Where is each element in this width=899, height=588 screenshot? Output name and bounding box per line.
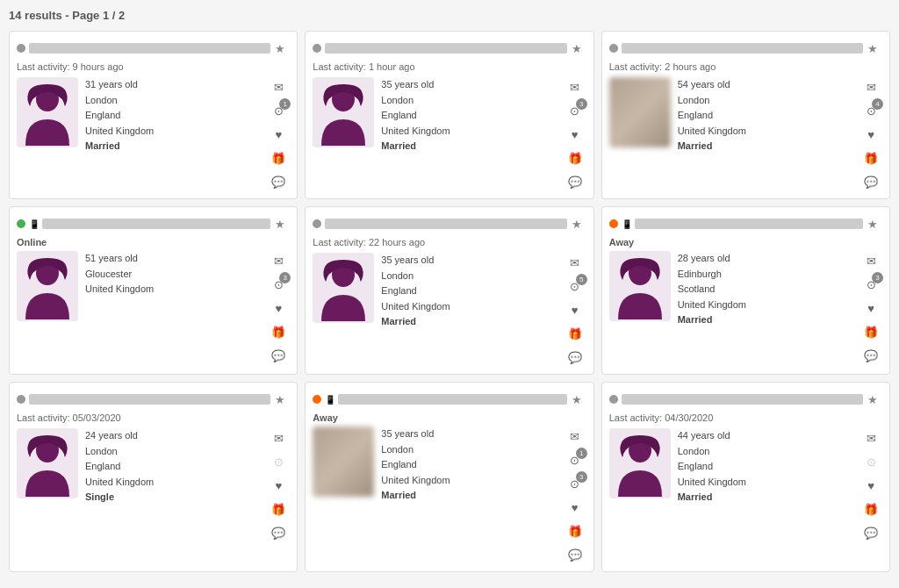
action-icons: ✉ ⊙3 ♥ 🎁 💬 <box>859 251 882 365</box>
favorite-star[interactable]: ★ <box>270 390 290 409</box>
gift-icon[interactable]: 🎁 <box>269 322 288 341</box>
heart-icon[interactable]: ♥ <box>269 298 288 318</box>
mail-icon[interactable]: ✉ <box>565 77 585 97</box>
mail-icon[interactable]: ✉ <box>565 427 585 446</box>
status-dot <box>313 219 321 228</box>
camera-icon[interactable]: ⊙1 <box>565 450 585 470</box>
camera2-icon[interactable]: ⊙3 <box>565 474 585 493</box>
gift-icon[interactable]: 🎁 <box>565 521 585 541</box>
city: London <box>85 444 260 460</box>
chat-icon[interactable]: 💬 <box>269 346 288 365</box>
avatar <box>609 428 671 498</box>
action-icons: ✉ ⊙5 ♥ 🎁 💬 <box>564 253 586 367</box>
card-header: 📱 •• ••• ★ <box>609 214 882 233</box>
mobile-icon: 📱 <box>29 219 40 229</box>
chat-icon[interactable]: 💬 <box>565 172 585 191</box>
action-icons: ✉ ⊙1 ♥ 🎁 💬 <box>267 77 290 191</box>
country: United Kingdom <box>381 299 556 315</box>
city: London <box>381 269 556 284</box>
heart-icon[interactable]: ♥ <box>269 476 288 495</box>
username: ••••••• <box>29 394 270 405</box>
heart-icon[interactable]: ♥ <box>861 298 881 318</box>
mail-icon[interactable]: ✉ <box>861 428 881 448</box>
favorite-star[interactable]: ★ <box>863 390 882 409</box>
country: United Kingdom <box>381 473 556 489</box>
heart-icon[interactable]: ♥ <box>269 125 288 144</box>
heart-icon[interactable]: ♥ <box>861 125 881 144</box>
favorite-star[interactable]: ★ <box>567 39 586 58</box>
card-header: •• ••••• ★ <box>609 39 882 58</box>
username: ••••• •••• <box>29 43 270 54</box>
city: London <box>678 93 852 109</box>
mail-icon[interactable]: ✉ <box>269 428 288 448</box>
heart-icon[interactable]: ♥ <box>565 300 585 319</box>
camera-icon[interactable]: ⊙3 <box>861 275 881 294</box>
profile-info: 54 years old London England United Kingd… <box>678 77 852 191</box>
status-label: Online <box>17 237 290 247</box>
profile-card: •• ••••• ★ Last activity: 2 hours ago 54… <box>601 31 890 199</box>
mail-icon[interactable]: ✉ <box>565 253 585 272</box>
card-header: ••••• •••• ★ <box>17 39 290 58</box>
age: 35 years old <box>381 253 556 269</box>
chat-icon[interactable]: 💬 <box>565 348 585 367</box>
chat-icon[interactable]: 💬 <box>269 172 288 191</box>
chat-icon[interactable]: 💬 <box>269 523 288 542</box>
profile-card: •• ••••• ★ Last activity: 04/30/2020 44 … <box>601 382 890 572</box>
heart-icon[interactable]: ♥ <box>861 476 881 495</box>
avatar <box>17 77 78 147</box>
camera-icon[interactable]: ⊙5 <box>565 276 585 296</box>
status-dot <box>17 219 25 228</box>
gift-icon[interactable]: 🎁 <box>861 322 881 341</box>
action-icons: ✉ ⊙1 ⊙3 ♥ 🎁 💬 <box>564 427 586 564</box>
chat-icon[interactable]: 💬 <box>861 172 881 191</box>
card-body: 35 years old London England United Kingd… <box>313 427 586 564</box>
status-dot <box>609 44 618 53</box>
camera-icon[interactable]: ⊙1 <box>269 101 288 120</box>
city: Edinburgh <box>678 267 852 283</box>
gift-icon[interactable]: 🎁 <box>565 324 585 343</box>
profile-info: 35 years old London England United Kingd… <box>381 253 556 367</box>
activity-text: Last activity: 22 hours ago <box>313 237 586 247</box>
mail-icon[interactable]: ✉ <box>269 251 288 270</box>
favorite-star[interactable]: ★ <box>270 39 290 58</box>
activity-text: Last activity: 04/30/2020 <box>609 412 882 423</box>
profile-card: ••••• •••• ★ Last activity: 9 hours ago … <box>9 31 298 199</box>
status-label: Away <box>609 237 882 247</box>
gift-icon[interactable]: 🎁 <box>861 499 881 519</box>
favorite-star[interactable]: ★ <box>863 39 882 58</box>
avatar <box>17 428 78 498</box>
favorite-star[interactable]: ★ <box>567 214 586 233</box>
gift-icon[interactable]: 🎁 <box>269 148 288 168</box>
camera-icon[interactable]: ⊙4 <box>861 101 881 120</box>
mail-icon[interactable]: ✉ <box>269 77 288 97</box>
action-icons: ✉ ⊙3 ♥ 🎁 💬 <box>564 77 586 191</box>
favorite-star[interactable]: ★ <box>270 214 290 233</box>
action-icons: ✉ ⊙ ♥ 🎁 💬 <box>859 428 882 542</box>
card-body: 35 years old London England United Kingd… <box>313 77 586 191</box>
heart-icon[interactable]: ♥ <box>565 498 585 517</box>
camera-icon[interactable]: ⊙3 <box>565 101 585 120</box>
heart-icon[interactable]: ♥ <box>565 125 585 144</box>
favorite-star[interactable]: ★ <box>567 390 586 409</box>
mail-icon[interactable]: ✉ <box>861 251 881 270</box>
city: Gloucester <box>85 267 260 283</box>
age: 44 years old <box>678 428 852 444</box>
activity-text: Last activity: 2 hours ago <box>609 61 882 72</box>
favorite-star[interactable]: ★ <box>863 214 882 233</box>
camera-icon: ⊙ <box>861 452 881 471</box>
camera-icon[interactable]: ⊙3 <box>269 275 288 294</box>
profile-info: 28 years old Edinburgh Scotland United K… <box>678 251 852 365</box>
age: 31 years old <box>85 77 260 93</box>
gift-icon[interactable]: 🎁 <box>269 499 288 519</box>
mail-icon[interactable]: ✉ <box>861 77 881 97</box>
chat-icon[interactable]: 💬 <box>861 346 881 365</box>
profile-info: 35 years old London England United Kingd… <box>381 427 556 564</box>
card-body: 31 years old London England United Kingd… <box>17 77 290 191</box>
card-header: •• ••••• ★ <box>609 390 882 409</box>
gift-icon[interactable]: 🎁 <box>565 148 585 168</box>
gift-icon[interactable]: 🎁 <box>861 148 881 168</box>
card-header: 📱 ••••••••••••• ★ <box>313 390 586 409</box>
chat-icon[interactable]: 💬 <box>565 545 585 564</box>
card-body: 54 years old London England United Kingd… <box>609 77 882 191</box>
chat-icon[interactable]: 💬 <box>861 523 881 542</box>
